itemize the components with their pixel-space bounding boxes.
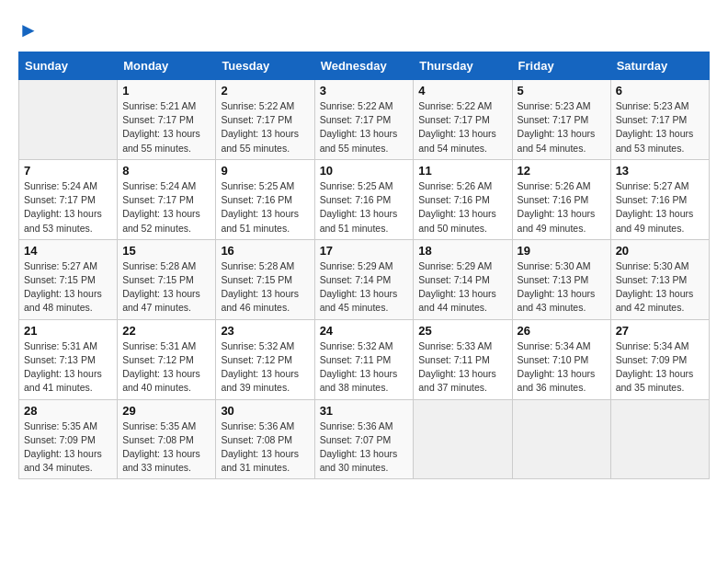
header-cell-friday: Friday bbox=[512, 52, 610, 80]
calendar-cell: 11Sunrise: 5:26 AMSunset: 7:16 PMDayligh… bbox=[414, 159, 512, 239]
day-info: Sunrise: 5:34 AMSunset: 7:09 PMDaylight:… bbox=[616, 339, 704, 396]
calendar-cell: 4Sunrise: 5:22 AMSunset: 7:17 PMDaylight… bbox=[414, 80, 512, 160]
day-number: 24 bbox=[320, 324, 409, 338]
day-info: Sunrise: 5:30 AMSunset: 7:13 PMDaylight:… bbox=[518, 259, 606, 316]
day-info: Sunrise: 5:28 AMSunset: 7:15 PMDaylight:… bbox=[122, 259, 210, 316]
day-number: 27 bbox=[616, 324, 704, 338]
day-number: 19 bbox=[518, 244, 606, 258]
day-info: Sunrise: 5:30 AMSunset: 7:13 PMDaylight:… bbox=[616, 259, 704, 316]
day-info: Sunrise: 5:35 AMSunset: 7:08 PMDaylight:… bbox=[122, 419, 210, 476]
day-number: 5 bbox=[518, 84, 606, 98]
day-number: 1 bbox=[122, 84, 210, 98]
day-info: Sunrise: 5:31 AMSunset: 7:12 PMDaylight:… bbox=[122, 339, 210, 396]
day-info: Sunrise: 5:26 AMSunset: 7:16 PMDaylight:… bbox=[518, 179, 606, 236]
day-number: 14 bbox=[24, 244, 112, 258]
day-number: 30 bbox=[221, 404, 309, 418]
calendar-cell bbox=[610, 399, 709, 479]
calendar-cell: 7Sunrise: 5:24 AMSunset: 7:17 PMDaylight… bbox=[19, 159, 118, 239]
day-number: 17 bbox=[320, 244, 409, 258]
day-number: 13 bbox=[616, 164, 704, 178]
day-number: 3 bbox=[320, 84, 409, 98]
header-cell-wednesday: Wednesday bbox=[314, 52, 414, 80]
calendar-cell: 6Sunrise: 5:23 AMSunset: 7:17 PMDaylight… bbox=[610, 80, 709, 160]
calendar-cell bbox=[414, 399, 512, 479]
calendar-cell: 20Sunrise: 5:30 AMSunset: 7:13 PMDayligh… bbox=[610, 239, 709, 319]
day-info: Sunrise: 5:32 AMSunset: 7:12 PMDaylight:… bbox=[221, 339, 309, 396]
day-info: Sunrise: 5:23 AMSunset: 7:17 PMDaylight:… bbox=[518, 99, 606, 155]
day-info: Sunrise: 5:22 AMSunset: 7:17 PMDaylight:… bbox=[418, 99, 506, 155]
day-info: Sunrise: 5:29 AMSunset: 7:14 PMDaylight:… bbox=[418, 259, 506, 316]
calendar-week-5: 28Sunrise: 5:35 AMSunset: 7:09 PMDayligh… bbox=[19, 399, 710, 479]
day-number: 7 bbox=[24, 164, 112, 178]
calendar-body: 1Sunrise: 5:21 AMSunset: 7:17 PMDaylight… bbox=[19, 80, 710, 479]
header-row: SundayMondayTuesdayWednesdayThursdayFrid… bbox=[19, 52, 710, 80]
header-cell-sunday: Sunday bbox=[19, 52, 118, 80]
calendar-cell bbox=[512, 399, 610, 479]
header-cell-tuesday: Tuesday bbox=[216, 52, 314, 80]
day-number: 21 bbox=[24, 324, 112, 338]
calendar-cell: 17Sunrise: 5:29 AMSunset: 7:14 PMDayligh… bbox=[314, 239, 414, 319]
calendar-week-3: 14Sunrise: 5:27 AMSunset: 7:15 PMDayligh… bbox=[19, 239, 710, 319]
calendar-cell: 2Sunrise: 5:22 AMSunset: 7:17 PMDaylight… bbox=[216, 80, 314, 160]
day-number: 4 bbox=[418, 84, 506, 98]
day-info: Sunrise: 5:22 AMSunset: 7:17 PMDaylight:… bbox=[221, 99, 309, 155]
day-info: Sunrise: 5:28 AMSunset: 7:15 PMDaylight:… bbox=[221, 259, 309, 316]
calendar-cell: 16Sunrise: 5:28 AMSunset: 7:15 PMDayligh… bbox=[216, 239, 314, 319]
day-number: 20 bbox=[616, 244, 704, 258]
day-number: 16 bbox=[221, 244, 309, 258]
calendar-cell: 3Sunrise: 5:22 AMSunset: 7:17 PMDaylight… bbox=[314, 80, 414, 160]
calendar-cell: 26Sunrise: 5:34 AMSunset: 7:10 PMDayligh… bbox=[512, 319, 610, 399]
calendar-cell: 15Sunrise: 5:28 AMSunset: 7:15 PMDayligh… bbox=[118, 239, 216, 319]
calendar-cell: 30Sunrise: 5:36 AMSunset: 7:08 PMDayligh… bbox=[216, 399, 314, 479]
day-number: 31 bbox=[320, 404, 409, 418]
day-info: Sunrise: 5:36 AMSunset: 7:07 PMDaylight:… bbox=[320, 419, 409, 476]
day-number: 2 bbox=[221, 84, 309, 98]
calendar-week-2: 7Sunrise: 5:24 AMSunset: 7:17 PMDaylight… bbox=[19, 159, 710, 239]
day-info: Sunrise: 5:25 AMSunset: 7:16 PMDaylight:… bbox=[221, 179, 309, 236]
day-number: 10 bbox=[320, 164, 409, 178]
calendar-cell: 25Sunrise: 5:33 AMSunset: 7:11 PMDayligh… bbox=[414, 319, 512, 399]
day-info: Sunrise: 5:22 AMSunset: 7:17 PMDaylight:… bbox=[320, 99, 409, 155]
day-info: Sunrise: 5:36 AMSunset: 7:08 PMDaylight:… bbox=[221, 419, 309, 476]
calendar-cell: 5Sunrise: 5:23 AMSunset: 7:17 PMDaylight… bbox=[512, 80, 610, 160]
logo: ► bbox=[18, 18, 39, 42]
calendar-cell: 18Sunrise: 5:29 AMSunset: 7:14 PMDayligh… bbox=[414, 239, 512, 319]
day-info: Sunrise: 5:24 AMSunset: 7:17 PMDaylight:… bbox=[24, 179, 112, 236]
day-info: Sunrise: 5:34 AMSunset: 7:10 PMDaylight:… bbox=[518, 339, 606, 396]
day-info: Sunrise: 5:24 AMSunset: 7:17 PMDaylight:… bbox=[122, 179, 210, 236]
day-info: Sunrise: 5:21 AMSunset: 7:17 PMDaylight:… bbox=[122, 99, 210, 155]
day-number: 25 bbox=[418, 324, 506, 338]
day-number: 9 bbox=[221, 164, 309, 178]
calendar-cell: 12Sunrise: 5:26 AMSunset: 7:16 PMDayligh… bbox=[512, 159, 610, 239]
calendar-cell: 21Sunrise: 5:31 AMSunset: 7:13 PMDayligh… bbox=[19, 319, 118, 399]
calendar-cell: 1Sunrise: 5:21 AMSunset: 7:17 PMDaylight… bbox=[118, 80, 216, 160]
calendar-week-4: 21Sunrise: 5:31 AMSunset: 7:13 PMDayligh… bbox=[19, 319, 710, 399]
day-number: 11 bbox=[418, 164, 506, 178]
day-info: Sunrise: 5:32 AMSunset: 7:11 PMDaylight:… bbox=[320, 339, 409, 396]
calendar-cell bbox=[19, 80, 118, 160]
day-number: 6 bbox=[616, 84, 704, 98]
calendar-cell: 31Sunrise: 5:36 AMSunset: 7:07 PMDayligh… bbox=[314, 399, 414, 479]
calendar-cell: 28Sunrise: 5:35 AMSunset: 7:09 PMDayligh… bbox=[19, 399, 118, 479]
calendar-cell: 24Sunrise: 5:32 AMSunset: 7:11 PMDayligh… bbox=[314, 319, 414, 399]
day-info: Sunrise: 5:23 AMSunset: 7:17 PMDaylight:… bbox=[616, 99, 704, 155]
calendar-cell: 27Sunrise: 5:34 AMSunset: 7:09 PMDayligh… bbox=[610, 319, 709, 399]
calendar-table: SundayMondayTuesdayWednesdayThursdayFrid… bbox=[18, 52, 710, 479]
calendar-cell: 9Sunrise: 5:25 AMSunset: 7:16 PMDaylight… bbox=[216, 159, 314, 239]
day-number: 15 bbox=[122, 244, 210, 258]
logo-arrow-icon: ► bbox=[18, 18, 39, 42]
day-info: Sunrise: 5:29 AMSunset: 7:14 PMDaylight:… bbox=[320, 259, 409, 316]
day-info: Sunrise: 5:26 AMSunset: 7:16 PMDaylight:… bbox=[418, 179, 506, 236]
calendar-cell: 10Sunrise: 5:25 AMSunset: 7:16 PMDayligh… bbox=[314, 159, 414, 239]
day-info: Sunrise: 5:27 AMSunset: 7:16 PMDaylight:… bbox=[616, 179, 704, 236]
calendar-cell: 8Sunrise: 5:24 AMSunset: 7:17 PMDaylight… bbox=[118, 159, 216, 239]
header-cell-monday: Monday bbox=[118, 52, 216, 80]
calendar-header: SundayMondayTuesdayWednesdayThursdayFrid… bbox=[19, 52, 710, 80]
day-info: Sunrise: 5:33 AMSunset: 7:11 PMDaylight:… bbox=[418, 339, 506, 396]
day-info: Sunrise: 5:31 AMSunset: 7:13 PMDaylight:… bbox=[24, 339, 112, 396]
calendar-cell: 23Sunrise: 5:32 AMSunset: 7:12 PMDayligh… bbox=[216, 319, 314, 399]
day-info: Sunrise: 5:25 AMSunset: 7:16 PMDaylight:… bbox=[320, 179, 409, 236]
day-number: 12 bbox=[518, 164, 606, 178]
calendar-cell: 22Sunrise: 5:31 AMSunset: 7:12 PMDayligh… bbox=[118, 319, 216, 399]
day-number: 18 bbox=[418, 244, 506, 258]
